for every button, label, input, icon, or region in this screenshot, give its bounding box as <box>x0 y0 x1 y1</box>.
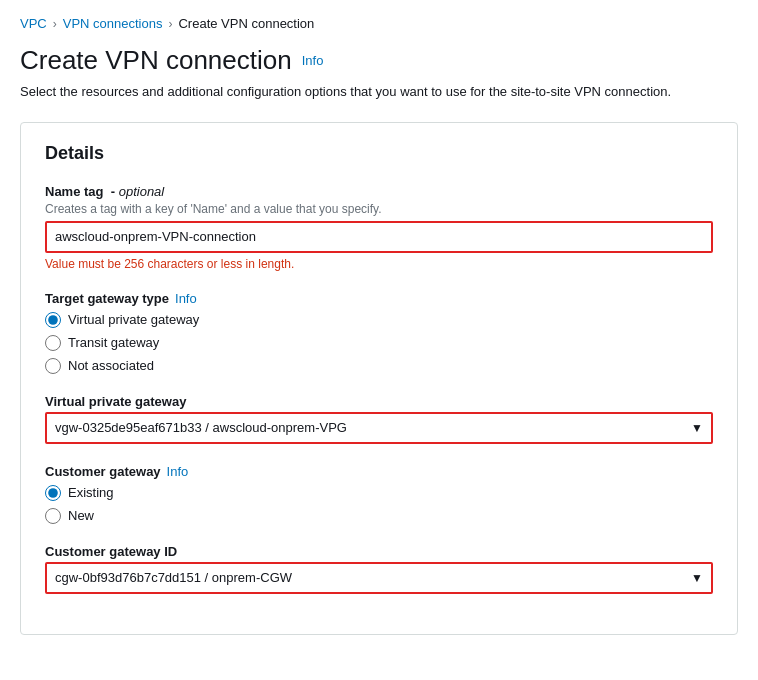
radio-new[interactable]: New <box>45 508 713 524</box>
radio-not-associated[interactable]: Not associated <box>45 358 713 374</box>
customer-gateway-id-group: Customer gateway ID cgw-0bf93d76b7c7dd15… <box>45 544 713 594</box>
radio-existing-label: Existing <box>68 485 114 500</box>
page-description: Select the resources and additional conf… <box>20 82 738 102</box>
customer-gateway-id-select[interactable]: cgw-0bf93d76b7c7dd151 / onprem-CGW <box>45 562 713 594</box>
name-tag-optional: optional <box>119 184 165 199</box>
page-info-link[interactable]: Info <box>302 53 324 68</box>
target-gateway-type-group: Target gateway type Info Virtual private… <box>45 291 713 374</box>
details-card-title: Details <box>45 143 713 164</box>
breadcrumb: VPC › VPN connections › Create VPN conne… <box>20 16 738 31</box>
breadcrumb-current: Create VPN connection <box>178 16 314 31</box>
breadcrumb-sep-2: › <box>168 17 172 31</box>
name-tag-label: Name tag - optional <box>45 184 713 199</box>
radio-transit-gateway-label: Transit gateway <box>68 335 159 350</box>
virtual-private-gateway-label: Virtual private gateway <box>45 394 713 409</box>
radio-new-label: New <box>68 508 94 523</box>
name-tag-validation: Value must be 256 characters or less in … <box>45 257 713 271</box>
target-gateway-type-label: Target gateway type <box>45 291 169 306</box>
breadcrumb-vpn-connections[interactable]: VPN connections <box>63 16 163 31</box>
radio-new-input[interactable] <box>45 508 61 524</box>
virtual-private-gateway-group: Virtual private gateway vgw-0325de95eaf6… <box>45 394 713 444</box>
breadcrumb-sep-1: › <box>53 17 57 31</box>
page-title-row: Create VPN connection Info <box>20 45 738 76</box>
customer-gateway-info-link[interactable]: Info <box>167 464 189 479</box>
radio-transit-gateway[interactable]: Transit gateway <box>45 335 713 351</box>
customer-gateway-label: Customer gateway <box>45 464 161 479</box>
name-tag-hint: Creates a tag with a key of 'Name' and a… <box>45 202 713 216</box>
customer-gateway-label-row: Customer gateway Info <box>45 464 713 479</box>
page-title: Create VPN connection <box>20 45 292 76</box>
radio-not-associated-label: Not associated <box>68 358 154 373</box>
customer-gateway-group: Customer gateway Info Existing New <box>45 464 713 524</box>
radio-existing-input[interactable] <box>45 485 61 501</box>
customer-gateway-radio-group: Existing New <box>45 485 713 524</box>
name-tag-group: Name tag - optional Creates a tag with a… <box>45 184 713 271</box>
target-gateway-type-radio-group: Virtual private gateway Transit gateway … <box>45 312 713 374</box>
radio-virtual-private-gateway-label: Virtual private gateway <box>68 312 199 327</box>
breadcrumb-vpc[interactable]: VPC <box>20 16 47 31</box>
customer-gateway-id-label: Customer gateway ID <box>45 544 713 559</box>
virtual-private-gateway-select[interactable]: vgw-0325de95eaf671b33 / awscloud-onprem-… <box>45 412 713 444</box>
name-tag-input[interactable]: awscloud-onprem-VPN-connection <box>45 221 713 253</box>
target-gateway-type-info-link[interactable]: Info <box>175 291 197 306</box>
details-card: Details Name tag - optional Creates a ta… <box>20 122 738 635</box>
radio-transit-gateway-input[interactable] <box>45 335 61 351</box>
customer-gateway-id-select-wrapper: cgw-0bf93d76b7c7dd151 / onprem-CGW ▼ <box>45 562 713 594</box>
radio-virtual-private-gateway[interactable]: Virtual private gateway <box>45 312 713 328</box>
radio-existing[interactable]: Existing <box>45 485 713 501</box>
virtual-private-gateway-select-wrapper: vgw-0325de95eaf671b33 / awscloud-onprem-… <box>45 412 713 444</box>
target-gateway-type-label-row: Target gateway type Info <box>45 291 713 306</box>
radio-virtual-private-gateway-input[interactable] <box>45 312 61 328</box>
radio-not-associated-input[interactable] <box>45 358 61 374</box>
